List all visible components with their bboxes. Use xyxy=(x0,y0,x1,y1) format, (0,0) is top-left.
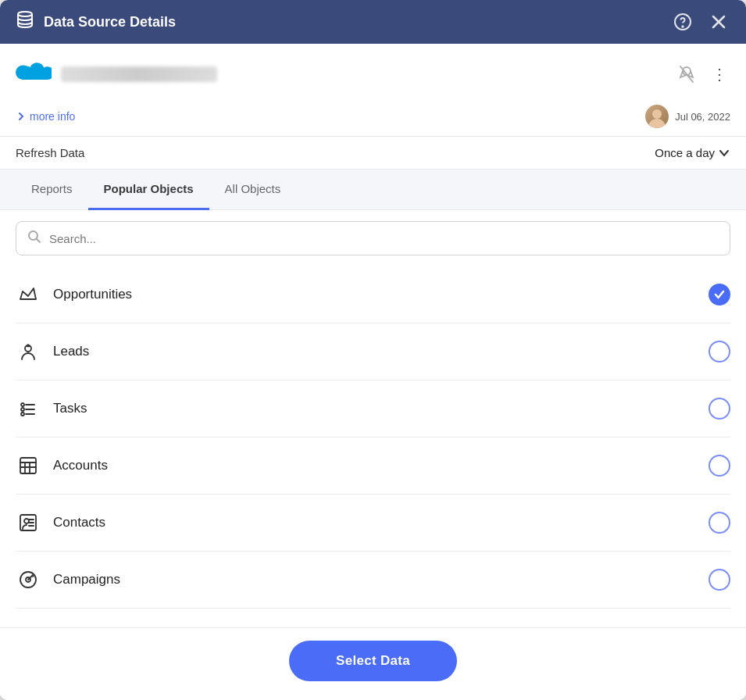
close-button[interactable] xyxy=(707,10,730,34)
main-content: ⋮ more info Jul 06, 2022 Refresh Data xyxy=(0,44,746,700)
tabs-row: Reports Popular Objects All Objects xyxy=(0,170,746,210)
item-label: Campaigns xyxy=(53,572,120,588)
more-info-label: more info xyxy=(30,110,75,123)
item-label: Leads xyxy=(53,344,89,359)
svg-rect-15 xyxy=(20,458,36,473)
title-bar-actions xyxy=(671,10,730,34)
user-date: Jul 06, 2022 xyxy=(645,105,730,128)
item-label: Opportunities xyxy=(53,287,132,302)
list-item[interactable]: Contacts xyxy=(16,495,730,552)
item-checkbox-accounts[interactable] xyxy=(709,455,730,477)
svg-point-21 xyxy=(24,519,29,523)
refresh-label: Refresh Data xyxy=(16,146,84,159)
source-left xyxy=(16,56,217,92)
svg-line-7 xyxy=(37,239,41,243)
refresh-frequency-select[interactable]: Once a day xyxy=(655,146,730,159)
svg-point-2 xyxy=(682,26,683,27)
accounts-icon xyxy=(16,453,41,478)
more-info-link[interactable]: more info xyxy=(16,110,75,123)
list-item[interactable]: Tasks xyxy=(16,380,730,438)
contacts-icon xyxy=(16,510,41,535)
more-options-button[interactable]: ⋮ xyxy=(709,62,730,87)
svg-point-9 xyxy=(21,403,24,406)
tab-reports[interactable]: Reports xyxy=(16,170,88,210)
item-checkbox-contacts[interactable] xyxy=(709,512,730,534)
search-section xyxy=(0,210,746,266)
tab-all-objects[interactable]: All Objects xyxy=(209,170,297,210)
help-button[interactable] xyxy=(671,10,694,34)
list-item-left: Accounts xyxy=(16,453,108,478)
list-item[interactable]: Leads xyxy=(16,323,730,380)
svg-point-0 xyxy=(18,12,32,16)
list-item[interactable]: Opportunities xyxy=(16,266,730,323)
main-window: Data Source Details xyxy=(0,0,746,700)
footer: Select Data xyxy=(0,627,746,700)
item-label: Accounts xyxy=(53,458,108,473)
list-item-left: Campaigns xyxy=(16,567,120,592)
item-checkbox-campaigns[interactable] xyxy=(709,569,730,591)
svg-point-11 xyxy=(21,408,24,411)
header-section: ⋮ more info Jul 06, 2022 xyxy=(0,44,746,137)
svg-point-13 xyxy=(21,412,24,416)
list-item[interactable]: Campaigns xyxy=(16,552,730,609)
title-bar: Data Source Details xyxy=(0,0,746,44)
item-checkbox-opportunities[interactable] xyxy=(709,284,730,305)
database-icon xyxy=(16,10,34,34)
list-item-left: Contacts xyxy=(16,510,105,535)
page-title: Data Source Details xyxy=(44,14,671,30)
source-row: ⋮ xyxy=(16,56,730,92)
item-label: Tasks xyxy=(53,401,87,416)
item-checkbox-leads[interactable] xyxy=(709,341,730,362)
crown-icon xyxy=(16,282,41,307)
list-item-left: Opportunities xyxy=(16,282,132,307)
date-label: Jul 06, 2022 xyxy=(675,111,730,123)
list-item-left: Tasks xyxy=(16,396,87,421)
search-icon xyxy=(27,230,41,247)
refresh-row: Refresh Data Once a day xyxy=(0,137,746,170)
refresh-frequency-value: Once a day xyxy=(655,146,715,159)
avatar xyxy=(645,105,669,128)
item-checkbox-tasks[interactable] xyxy=(709,398,730,420)
item-label: Contacts xyxy=(53,515,105,530)
list-section: Opportunities xyxy=(0,266,746,627)
more-info-row: more info Jul 06, 2022 xyxy=(16,98,730,136)
search-input[interactable] xyxy=(49,232,719,245)
search-bar xyxy=(16,221,730,255)
source-right: ⋮ xyxy=(674,62,730,87)
list-item[interactable]: Accounts xyxy=(16,438,730,495)
leads-icon xyxy=(16,339,41,364)
select-data-button[interactable]: Select Data xyxy=(289,641,457,681)
no-award-icon xyxy=(674,62,699,87)
source-name xyxy=(61,66,217,82)
tasks-icon xyxy=(16,396,41,421)
tab-popular-objects[interactable]: Popular Objects xyxy=(88,170,209,210)
campaigns-icon xyxy=(16,567,41,592)
salesforce-logo xyxy=(16,56,52,92)
list-item-left: Leads xyxy=(16,339,89,364)
